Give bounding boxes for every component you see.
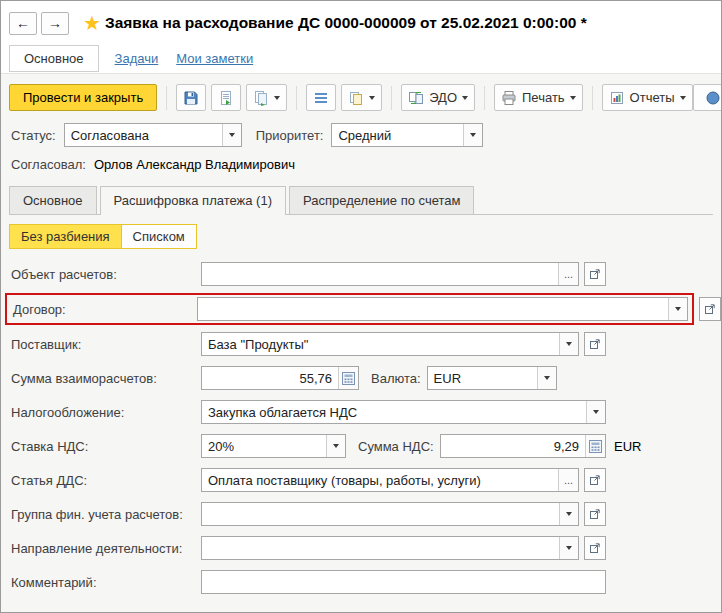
comment-label: Комментарий: — [11, 575, 201, 590]
priority-value: Средний — [332, 128, 463, 143]
chevron-down-icon — [462, 96, 468, 100]
supplier-row: Поставщик: База "Продукты" — [11, 332, 721, 356]
status-value: Согласована — [65, 128, 222, 143]
nav-tab-main[interactable]: Основное — [9, 45, 99, 72]
settlement-object-choose-button[interactable]: ... — [558, 263, 578, 285]
vat-currency-suffix: EUR — [614, 439, 641, 454]
activity-combo[interactable] — [201, 536, 579, 560]
save-button[interactable] — [176, 84, 206, 111]
comment-input[interactable] — [202, 571, 605, 593]
supplier-label: Поставщик: — [11, 337, 201, 352]
activity-open-button[interactable] — [584, 536, 606, 560]
taxation-dropdown-button[interactable] — [586, 401, 605, 423]
nav-link-tasks[interactable]: Задачи — [115, 51, 159, 66]
vat-amount-calculator-button[interactable] — [585, 435, 605, 457]
print-button[interactable]: Печать — [494, 84, 583, 111]
approver-row: Согласовал: Орлов Александр Владимирович — [1, 149, 721, 174]
copy-button[interactable] — [341, 84, 382, 111]
activity-dropdown-button[interactable] — [559, 537, 578, 559]
settlement-object-input[interactable] — [202, 263, 558, 285]
nav-link-notes[interactable]: Мои заметки — [176, 51, 253, 66]
vat-amount-field[interactable] — [440, 434, 606, 458]
settlement-object-label: Объект расчетов: — [11, 267, 201, 282]
vat-rate-label: Ставка НДС: — [11, 439, 201, 454]
post-document-button[interactable] — [211, 84, 241, 111]
page-title: Заявка на расходование ДС 0000-000009 от… — [105, 14, 587, 32]
chevron-down-icon — [566, 512, 572, 516]
payment-form: Объект расчетов: ... Договор: Поставщик: — [1, 249, 721, 594]
post-and-close-button[interactable]: Провести и закрыть — [9, 84, 157, 111]
chevron-down-icon — [369, 96, 375, 100]
fin-group-combo[interactable] — [201, 502, 579, 526]
vat-rate-combo[interactable]: 20% — [201, 434, 346, 458]
currency-combo[interactable]: EUR — [427, 366, 557, 390]
forward-arrow-icon: → — [48, 15, 62, 31]
supplier-combo[interactable]: База "Продукты" — [201, 332, 579, 356]
vat-rate-value: 20% — [202, 439, 326, 454]
status-row: Статус: Согласована Приоритет: Средний — [1, 117, 721, 149]
activity-row: Направление деятельности: — [11, 536, 721, 560]
favorite-star-icon[interactable]: ★ — [83, 11, 101, 35]
create-based-on-button[interactable] — [246, 84, 287, 111]
comment-field[interactable] — [201, 570, 606, 594]
contract-row: Договор: — [11, 296, 721, 322]
toggle-no-split[interactable]: Без разбиения — [10, 225, 122, 248]
open-link-icon — [704, 303, 716, 315]
supplier-dropdown-button[interactable] — [559, 333, 578, 355]
contract-dropdown-button[interactable] — [668, 298, 687, 320]
cash-flow-item-input[interactable] — [202, 469, 558, 491]
fin-group-open-button[interactable] — [584, 502, 606, 526]
toolbar: Провести и закрыть ЭДО Печать — [1, 74, 721, 117]
activity-label: Направление деятельности: — [11, 541, 201, 556]
approver-label: Согласовал: — [11, 157, 86, 172]
comment-row: Комментарий: — [11, 570, 721, 594]
fin-group-dropdown-button[interactable] — [559, 503, 578, 525]
window-header: ← → ★ Заявка на расходование ДС 0000-000… — [1, 1, 721, 74]
currency-dropdown-button[interactable] — [537, 367, 556, 389]
cash-flow-item-field[interactable]: ... — [201, 468, 579, 492]
contract-open-button[interactable] — [699, 297, 721, 321]
tab-payment-details[interactable]: Расшифровка платежа (1) — [100, 186, 286, 215]
vat-amount-input[interactable] — [441, 435, 585, 457]
taxation-value: Закупка облагается НДС — [202, 405, 586, 420]
more-commands-button[interactable] — [693, 84, 722, 111]
chevron-down-icon — [593, 410, 599, 414]
toolbar-separator — [296, 86, 297, 110]
contract-combo[interactable] — [197, 297, 688, 321]
priority-label: Приоритет: — [256, 128, 324, 143]
tab-main[interactable]: Основное — [9, 186, 97, 214]
amount-field[interactable] — [201, 366, 359, 390]
copy-icon — [348, 90, 364, 106]
edo-button[interactable]: ЭДО — [401, 84, 475, 111]
toolbar-separator — [592, 86, 593, 110]
forward-button[interactable]: → — [41, 12, 69, 35]
chevron-down-icon — [570, 96, 576, 100]
status-combo[interactable]: Согласована — [64, 123, 242, 147]
document-list-button[interactable] — [306, 84, 336, 111]
settlement-object-field[interactable]: ... — [201, 262, 579, 286]
chevron-down-icon — [333, 444, 339, 448]
supplier-open-button[interactable] — [584, 332, 606, 356]
tab-account-distribution[interactable]: Распределение по счетам — [289, 186, 474, 214]
fin-group-label: Группа фин. учета расчетов: — [11, 507, 201, 522]
reports-button[interactable]: Отчеты — [602, 84, 693, 111]
settlement-object-open-button[interactable] — [584, 262, 606, 286]
cash-flow-item-open-button[interactable] — [584, 468, 606, 492]
taxation-combo[interactable]: Закупка облагается НДС — [201, 400, 606, 424]
status-dropdown-button[interactable] — [222, 124, 241, 146]
vat-rate-dropdown-button[interactable] — [326, 435, 345, 457]
toggle-list[interactable]: Списком — [122, 225, 196, 248]
open-link-icon — [589, 542, 601, 554]
open-link-icon — [589, 474, 601, 486]
chevron-down-icon — [566, 342, 572, 346]
amount-calculator-button[interactable] — [338, 367, 358, 389]
list-icon — [313, 90, 329, 106]
content-tabs: Основное Расшифровка платежа (1) Распред… — [9, 186, 713, 215]
back-button[interactable]: ← — [9, 12, 37, 35]
priority-combo[interactable]: Средний — [331, 123, 483, 147]
chevron-down-icon — [229, 133, 235, 137]
priority-dropdown-button[interactable] — [463, 124, 482, 146]
amount-input[interactable] — [202, 367, 338, 389]
cash-flow-item-choose-button[interactable]: ... — [558, 469, 578, 491]
currency-label: Валюта: — [371, 371, 421, 386]
